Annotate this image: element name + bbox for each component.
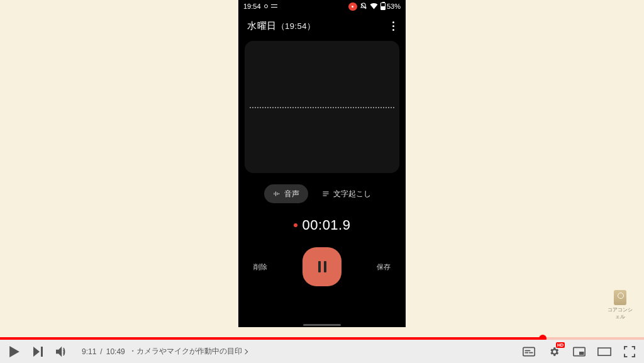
equalizer-icon [271, 3, 277, 9]
chapter-button[interactable]: ・カメラやマイクが作動中の目印 [129, 346, 247, 357]
recording-timer: 00:01.9 [238, 217, 406, 233]
svg-rect-0 [274, 193, 275, 195]
do-not-disturb-icon [360, 3, 367, 10]
tab-transcribe-label: 文字起こし [333, 189, 371, 199]
settings-button[interactable]: HD [547, 345, 561, 359]
more-options-button[interactable] [390, 19, 397, 33]
battery-icon: 53% [380, 3, 401, 10]
delete-button[interactable]: 削除 [253, 262, 267, 272]
svg-rect-3 [279, 193, 279, 194]
theater-button[interactable] [597, 345, 611, 359]
save-button[interactable]: 保存 [377, 262, 391, 272]
recorder-controls: 削除 保存 [238, 247, 406, 286]
gesture-bar [303, 324, 341, 326]
android-status-bar: 19:54 53% [238, 0, 406, 13]
watermark-label: コアコンシェル [606, 306, 634, 320]
record-dot-icon [294, 223, 297, 227]
time-duration: 10:49 [106, 347, 125, 356]
recording-title-row: 水曜日（19:54） [238, 13, 406, 37]
svg-rect-10 [598, 348, 611, 355]
status-clock: 19:54 [243, 3, 261, 10]
svg-rect-6 [323, 196, 327, 196]
time-sep: / [100, 347, 102, 356]
tab-group: 音声 文字起こし [238, 184, 406, 203]
tab-transcribe[interactable]: 文字起こし [313, 184, 380, 203]
battery-percent: 53% [387, 3, 401, 10]
svg-rect-1 [275, 192, 276, 196]
subtitles-button[interactable] [522, 345, 536, 359]
recording-title: 水曜日（19:54） [247, 20, 316, 32]
tab-audio[interactable]: 音声 [264, 184, 308, 203]
chevron-right-icon [242, 349, 247, 354]
pause-button[interactable] [303, 247, 341, 286]
svg-rect-4 [323, 192, 329, 193]
miniplayer-button[interactable] [572, 345, 586, 359]
play-button[interactable] [8, 345, 21, 359]
svg-rect-2 [277, 193, 278, 195]
youtube-control-bar: 9:11 / 10:49 ・カメラやマイクが作動中の目印 HD [0, 340, 644, 363]
waveform-panel [245, 41, 399, 173]
time-current: 9:11 [82, 347, 96, 356]
fullscreen-button[interactable] [623, 345, 636, 359]
chapter-title: ・カメラやマイクが作動中の目印 [129, 346, 242, 357]
next-button[interactable] [31, 345, 45, 359]
timer-text: 00:01.9 [303, 217, 351, 233]
recording-indicator-icon [264, 4, 268, 8]
waveform-baseline [250, 107, 394, 108]
channel-watermark[interactable]: コアコンシェル [606, 290, 634, 320]
volume-button[interactable] [55, 345, 69, 359]
phone-screen: 19:54 53% 水曜日（19:54） 音 [238, 0, 406, 327]
screen-record-icon [348, 3, 357, 11]
tab-audio-label: 音声 [284, 189, 299, 199]
svg-rect-9 [579, 352, 584, 355]
svg-rect-5 [323, 194, 329, 194]
watermark-icon [614, 290, 626, 305]
time-display: 9:11 / 10:49 ・カメラやマイクが作動中の目印 [82, 346, 247, 357]
svg-rect-7 [523, 347, 535, 355]
hd-badge: HD [556, 342, 565, 348]
wifi-icon [370, 3, 378, 11]
